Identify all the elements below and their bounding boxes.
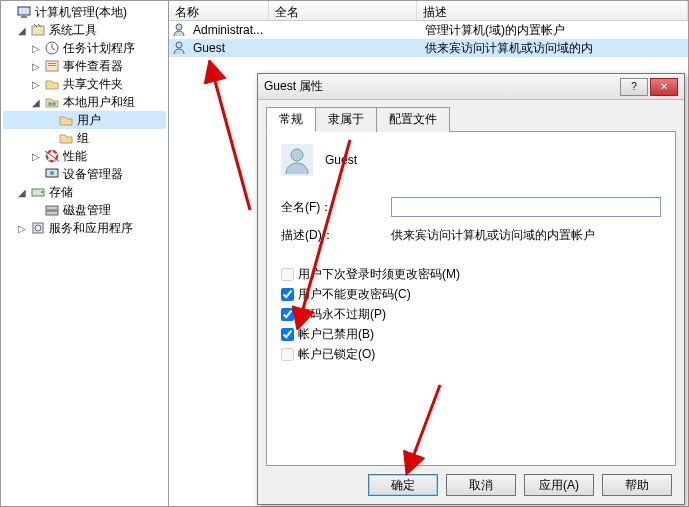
tree-label: 服务和应用程序 [49,220,133,237]
tab-strip: 常规 隶属于 配置文件 [266,107,676,132]
tree-label: 任务计划程序 [63,40,135,57]
fullname-label: 全名(F)： [281,199,391,216]
svg-rect-1 [21,16,27,18]
tree-label: 本地用户和组 [63,94,135,111]
svg-point-20 [176,24,182,30]
tree-groups[interactable]: 组 [3,129,166,147]
svg-point-13 [50,171,54,175]
list-row[interactable]: Administrat... 管理计算机(域)的内置帐户 [169,21,688,39]
description-value: 供来宾访问计算机或访问域的内置帐户 [391,227,661,244]
cell-name: Administrat... [187,23,271,37]
close-button[interactable]: ✕ [650,78,678,96]
chk-must-change [281,268,294,281]
description-label: 描述(D)： [281,227,391,244]
tree-label: 性能 [63,148,87,165]
chk-label: 帐户已禁用(B) [298,326,374,343]
properties-dialog: Guest 属性 ? ✕ 常规 隶属于 配置文件 Guest 全名(F)： 描述… [257,73,685,505]
tab-pane-general: Guest 全名(F)： 描述(D)： 供来宾访问计算机或访问域的内置帐户 用户… [266,131,676,466]
tree-label: 存储 [49,184,73,201]
svg-rect-6 [48,65,56,66]
col-fullname[interactable]: 全名 [269,1,417,20]
chk-label: 用户不能更改密码(C) [298,286,411,303]
tree-label: 磁盘管理 [63,202,111,219]
chk-cannot-change[interactable] [281,288,294,301]
fullname-input[interactable] [391,197,661,217]
tree-computer-management[interactable]: 计算机管理(本地) [3,3,166,21]
tree-label: 系统工具 [49,22,97,39]
help-button[interactable]: 帮助 [602,474,672,496]
svg-point-21 [176,42,182,48]
svg-rect-16 [46,206,58,210]
ok-button[interactable]: 确定 [368,474,438,496]
cancel-button[interactable]: 取消 [446,474,516,496]
list-row[interactable]: Guest 供来宾访问计算机或访问域的内 [169,39,688,57]
user-avatar-icon [281,144,313,176]
nav-tree: 计算机管理(本地) ◢系统工具 ▷任务计划程序 ▷事件查看器 ▷共享文件夹 ◢本… [1,1,169,506]
tree-label: 共享文件夹 [63,76,123,93]
tree-label: 事件查看器 [63,58,123,75]
svg-point-8 [52,102,56,106]
svg-point-23 [291,149,303,161]
tree-disk-management[interactable]: 磁盘管理 [3,201,166,219]
user-icon [171,22,187,38]
cell-description: 管理计算机(域)的内置帐户 [419,22,688,39]
tree-users[interactable]: 用户 [3,111,166,129]
tree-shared-folders[interactable]: ▷共享文件夹 [3,75,166,93]
tab-profile[interactable]: 配置文件 [376,107,450,132]
dialog-titlebar[interactable]: Guest 属性 ? ✕ [258,74,684,100]
chk-locked [281,348,294,361]
user-icon [171,40,187,56]
tree-label: 设备管理器 [63,166,123,183]
svg-rect-0 [18,7,30,15]
dialog-title: Guest 属性 [264,78,620,95]
tree-performance[interactable]: ▷性能 [3,147,166,165]
svg-rect-2 [32,26,44,35]
svg-rect-17 [46,211,58,215]
tree-task-scheduler[interactable]: ▷任务计划程序 [3,39,166,57]
svg-point-15 [41,191,43,193]
cell-description: 供来宾访问计算机或访问域的内 [419,40,688,57]
tree-device-manager[interactable]: 设备管理器 [3,165,166,183]
chk-label: 用户下次登录时须更改密码(M) [298,266,460,283]
tree-event-viewer[interactable]: ▷事件查看器 [3,57,166,75]
tree-system-tools[interactable]: ◢系统工具 [3,21,166,39]
chk-never-expire[interactable] [281,308,294,321]
chk-label: 密码永不过期(P) [298,306,386,323]
username-label: Guest [325,153,357,167]
tab-general[interactable]: 常规 [266,107,316,132]
svg-rect-5 [48,63,56,64]
tree-label: 组 [77,130,89,147]
chk-disabled[interactable] [281,328,294,341]
tree-local-users-groups[interactable]: ◢本地用户和组 [3,93,166,111]
apply-button[interactable]: 应用(A) [524,474,594,496]
tree-services-apps[interactable]: ▷服务和应用程序 [3,219,166,237]
tree-label: 计算机管理(本地) [35,4,127,21]
cell-name: Guest [187,41,271,55]
help-button[interactable]: ? [620,78,648,96]
dialog-footer: 确定 取消 应用(A) 帮助 [266,466,676,504]
tree-label: 用户 [77,112,101,129]
svg-point-7 [48,102,52,106]
chk-label: 帐户已锁定(O) [298,346,375,363]
tree-storage[interactable]: ◢存储 [3,183,166,201]
list-header: 名称 全名 描述 [169,1,688,21]
tab-member-of[interactable]: 隶属于 [315,107,377,132]
col-name[interactable]: 名称 [169,1,269,20]
col-description[interactable]: 描述 [417,1,688,20]
